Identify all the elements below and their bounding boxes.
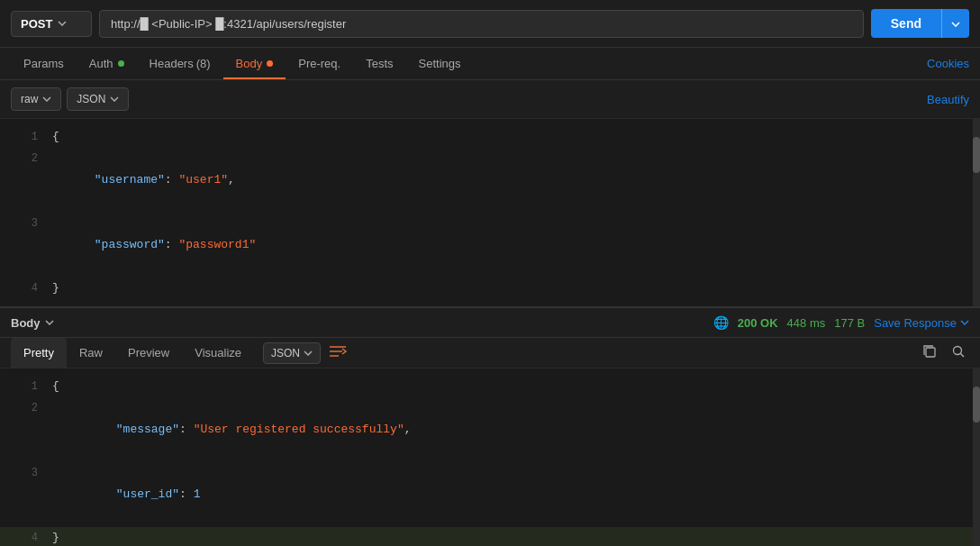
search-response-button[interactable]	[948, 341, 969, 366]
chevron-down-icon	[58, 21, 67, 26]
tab-params[interactable]: Params	[11, 48, 77, 79]
response-meta: 🌐 200 OK 448 ms 177 B Save Response	[713, 315, 969, 330]
response-size: 177 B	[834, 316, 865, 330]
raw-chevron-icon	[42, 96, 51, 102]
send-button[interactable]: Send	[871, 9, 941, 38]
response-bar: Body 🌐 200 OK 448 ms 177 B Save Response	[0, 307, 980, 338]
resp-line-4: 4 }	[0, 527, 980, 546]
resp-tab-pretty[interactable]: Pretty	[11, 338, 67, 368]
raw-button[interactable]: raw	[11, 87, 61, 111]
url-bar: POST Send	[0, 0, 980, 48]
json-button[interactable]: JSON	[67, 87, 129, 111]
tab-prereq[interactable]: Pre-req.	[286, 48, 353, 79]
resp-line-2: 2 "message": "User registered successful…	[0, 397, 980, 462]
svg-rect-3	[926, 348, 935, 357]
save-response-button[interactable]: Save Response	[874, 316, 969, 330]
tab-auth[interactable]: Auth	[77, 48, 137, 79]
req-line-3: 3 "password": "password1"	[0, 213, 980, 278]
response-icons	[919, 341, 969, 366]
response-scrollbar[interactable]	[973, 369, 980, 546]
tab-headers[interactable]: Headers (8)	[137, 48, 223, 79]
search-icon	[951, 344, 966, 359]
copy-icon	[922, 344, 937, 359]
format-chevron-icon	[304, 350, 313, 356]
globe-icon: 🌐	[713, 315, 729, 330]
response-chevron-icon[interactable]	[45, 320, 54, 325]
wrap-icon-btn[interactable]	[328, 343, 348, 362]
request-scrollbar[interactable]	[973, 119, 980, 306]
request-tab-bar: Params Auth Headers (8) Body Pre-req. Te…	[0, 48, 980, 80]
response-body-editor[interactable]: 1 { 2 "message": "User registered succes…	[0, 369, 980, 546]
resp-line-1: 1 {	[0, 376, 980, 397]
resp-tab-preview[interactable]: Preview	[115, 338, 182, 368]
response-scrollbar-thumb[interactable]	[973, 387, 980, 423]
status-badge: 200 OK	[738, 316, 778, 330]
body-toolbar: raw JSON Beautify	[0, 80, 980, 119]
save-response-chevron-icon	[960, 320, 969, 325]
method-dropdown[interactable]: POST	[11, 11, 92, 37]
req-line-2: 2 "username": "user1",	[0, 148, 980, 213]
request-body-editor[interactable]: 1 { 2 "username": "user1", 3 "password":…	[0, 119, 980, 307]
method-label: POST	[21, 17, 52, 31]
copy-response-button[interactable]	[919, 341, 940, 366]
send-dropdown-button[interactable]	[941, 9, 969, 38]
request-scrollbar-thumb[interactable]	[973, 137, 980, 173]
svg-point-4	[954, 346, 962, 354]
tab-body[interactable]: Body	[223, 48, 286, 79]
req-line-4: 4 }	[0, 278, 980, 299]
resp-line-3: 3 "user_id": 1	[0, 462, 980, 527]
tab-settings[interactable]: Settings	[406, 48, 474, 79]
resp-tab-visualize[interactable]: Visualize	[182, 338, 254, 368]
send-chevron-icon	[951, 22, 960, 27]
body-dot	[267, 60, 273, 67]
response-format-dropdown[interactable]: JSON	[263, 342, 321, 364]
req-line-1: 1 {	[0, 126, 980, 148]
cookies-link[interactable]: Cookies	[927, 48, 969, 79]
svg-line-5	[961, 353, 965, 357]
response-label: Body	[11, 316, 54, 330]
tab-tests[interactable]: Tests	[353, 48, 405, 79]
auth-dot	[118, 60, 124, 67]
response-tab-bar: Pretty Raw Preview Visualize JSON	[0, 338, 980, 369]
resp-tab-raw[interactable]: Raw	[67, 338, 115, 368]
response-time: 448 ms	[787, 316, 826, 330]
send-button-group: Send	[871, 9, 969, 38]
beautify-button[interactable]: Beautify	[927, 93, 969, 106]
url-input[interactable]	[99, 10, 864, 38]
json-chevron-icon	[110, 96, 119, 102]
wrap-lines-icon	[328, 343, 348, 359]
